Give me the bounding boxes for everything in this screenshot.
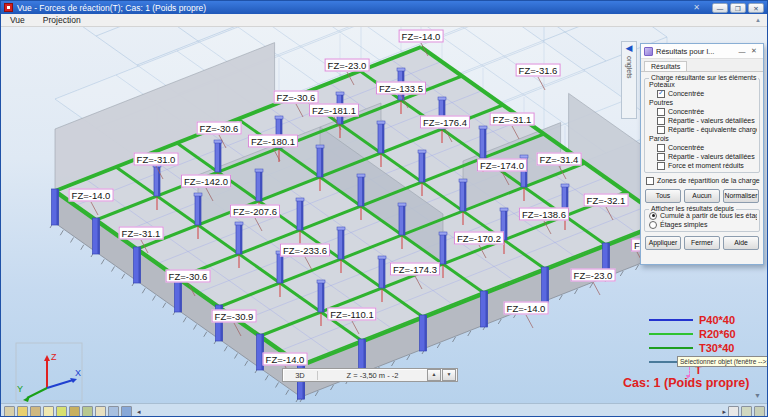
collapse-toolbar-icon[interactable]: ◂: [137, 408, 141, 416]
toolbar-icon[interactable]: [43, 406, 54, 417]
reaction-force-label: FZ=-31.1: [490, 113, 535, 126]
checkbox-label: Force et moment réduits: [668, 162, 744, 169]
normaliser-button[interactable]: Normaliser: [723, 189, 759, 203]
checkbox-icon[interactable]: [657, 144, 665, 152]
checkbox-icon[interactable]: [657, 162, 665, 170]
toolbar-icon[interactable]: [30, 406, 41, 417]
checkbox-parois-repartie-detaillees[interactable]: Répartie - valeurs détaillées: [647, 152, 757, 161]
checkbox-icon[interactable]: [646, 177, 654, 185]
view-mode-indicator[interactable]: 3D: [283, 371, 318, 380]
scroll-down-icon[interactable]: ▼: [754, 392, 761, 399]
toolbar-icon[interactable]: [108, 406, 119, 417]
checkbox-poutres-repartie-detaillees[interactable]: Répartie - valeurs détaillées: [647, 116, 757, 125]
model-viewport[interactable]: FZ=-14.0FZ=-23.0FZ=-31.6FZ=-133.5FZ=-30.…: [1, 26, 768, 403]
checkbox-icon[interactable]: [657, 108, 665, 116]
checkbox-poteaux-concentree[interactable]: Concentrée: [647, 89, 757, 98]
close-button[interactable]: ✕: [748, 3, 764, 13]
dialog-title-bar[interactable]: Résultats pour l... — ✕: [641, 44, 763, 59]
dialog-body: Charge résultante sur les éléments Potea…: [641, 72, 763, 254]
toolbar-icon[interactable]: [4, 406, 15, 417]
checkbox-label: Zones de répartition de la charge: [657, 177, 760, 184]
checkbox-icon[interactable]: [657, 117, 665, 125]
legend-color-line: [649, 333, 693, 335]
legend-color-line: [649, 319, 693, 321]
toolbar-icon[interactable]: [754, 406, 765, 417]
reaction-force-label: FZ=-31.1: [119, 227, 164, 240]
appliquer-button[interactable]: Appliquer: [645, 236, 681, 250]
aucun-button[interactable]: Aucun: [684, 189, 720, 203]
toolbar-icon[interactable]: [728, 406, 739, 417]
reaction-force-label: FZ=-170.2: [454, 232, 504, 245]
toolbar-icon[interactable]: [121, 406, 132, 417]
reaction-force-label: FZ=-30.6: [166, 270, 211, 283]
legend-label: R20*60: [699, 328, 736, 340]
legend-item: P40*40: [649, 313, 736, 327]
aide-button[interactable]: Aide: [723, 236, 759, 250]
toolbar-icon[interactable]: [95, 406, 106, 417]
toolbar-icon[interactable]: [17, 406, 28, 417]
group-title: Afficher les résultats depuis: [649, 205, 736, 212]
reaction-force-label: FZ=-138.6: [519, 208, 569, 221]
fermer-button[interactable]: Fermer: [684, 236, 720, 250]
selection-buttons-row: Tous Aucun Normaliser: [645, 189, 759, 203]
collapse-left-icon[interactable]: ◀: [626, 42, 633, 54]
reaction-force-label: FZ=-23.0: [325, 59, 370, 72]
level-down-button[interactable]: ▼: [442, 369, 456, 381]
checkbox-zones-repartition[interactable]: Zones de répartition de la charge: [644, 176, 760, 185]
menu-bar: Vue Projection ▲: [1, 14, 767, 27]
parois-label: Parois: [647, 134, 757, 143]
checkbox-checked-icon[interactable]: [657, 90, 665, 98]
legend-label: T30*40: [699, 342, 734, 354]
poutres-label: Poutres: [647, 98, 757, 107]
menu-projection[interactable]: Projection: [34, 15, 90, 25]
title-bar: Vue - Forces de réaction(T); Cas: 1 (Poi…: [1, 1, 767, 14]
reaction-force-label: FZ=-23.0: [571, 269, 616, 282]
dialog-minimize-icon[interactable]: —: [736, 48, 748, 55]
restore-button[interactable]: ❐: [730, 3, 746, 13]
toolbar-icon[interactable]: [69, 406, 80, 417]
level-up-button[interactable]: ▲: [427, 369, 441, 381]
docked-panel-tab[interactable]: ◀ onglets: [621, 41, 637, 119]
expand-icon[interactable]: ▸: [722, 408, 726, 416]
reaction-force-label: FZ=-31.4: [537, 153, 582, 166]
secondary-close-icon[interactable]: ✕: [693, 3, 700, 12]
axis-triad: Z X Y: [15, 342, 85, 403]
checkbox-parois-concentree[interactable]: Concentrée: [647, 143, 757, 152]
tous-button[interactable]: Tous: [645, 189, 681, 203]
docked-tab-label: onglets: [626, 56, 633, 79]
reaction-force-label: FZ=-30.6: [274, 91, 319, 104]
window-title: Vue - Forces de réaction(T); Cas: 1 (Poi…: [17, 3, 693, 13]
reaction-force-label: FZ=-31.0: [134, 153, 179, 166]
reaction-force-label: FZ=-181.1: [309, 104, 359, 117]
checkbox-poutres-repartie-uniforme[interactable]: Répartie - équivalente charge uniform: [647, 125, 757, 134]
radio-etages-simples[interactable]: Étages simples: [647, 220, 757, 229]
checkbox-force-moment-reduits[interactable]: Force et moment réduits: [647, 161, 757, 170]
reaction-force-label: FZ=-14.0: [399, 30, 444, 43]
tooltip-arrow-icon: [689, 367, 690, 377]
reaction-force-label: FZ=-14.0: [263, 353, 308, 366]
toolbar-icon[interactable]: [741, 406, 752, 417]
toolbar-icon[interactable]: [82, 406, 93, 417]
results-dialog: Résultats pour l... — ✕ Résultats Charge…: [640, 43, 764, 265]
reaction-force-label: FZ=-233.6: [280, 244, 330, 257]
radio-cumule-tous-etages[interactable]: Cumulé à partir de tous les étages: [647, 211, 757, 220]
reaction-force-label: FZ=-142.0: [181, 175, 231, 188]
checkbox-poutres-concentree[interactable]: Concentrée: [647, 107, 757, 116]
toolbar-icon[interactable]: [56, 406, 67, 417]
poteaux-label: Poteaux: [647, 80, 757, 89]
tab-resultats[interactable]: Résultats: [644, 61, 687, 71]
chevron-up-icon[interactable]: ▲: [755, 17, 761, 23]
minimize-button[interactable]: —: [712, 3, 728, 13]
z-level-indicator: Z = -3,50 m - -2: [318, 371, 427, 380]
radio-selected-icon[interactable]: [649, 212, 657, 220]
checkbox-icon[interactable]: [657, 126, 665, 134]
reaction-force-label: FZ=-31.6: [516, 64, 561, 77]
bottom-right-toolbar: ▸: [719, 406, 765, 417]
menu-vue[interactable]: Vue: [1, 15, 34, 25]
reaction-force-label: FZ=-180.1: [248, 135, 298, 148]
dialog-buttons-row: Appliquer Fermer Aide: [645, 236, 759, 250]
checkbox-icon[interactable]: [657, 153, 665, 161]
dialog-icon: [644, 47, 653, 56]
dialog-close-icon[interactable]: ✕: [748, 47, 760, 55]
radio-icon[interactable]: [649, 221, 657, 229]
